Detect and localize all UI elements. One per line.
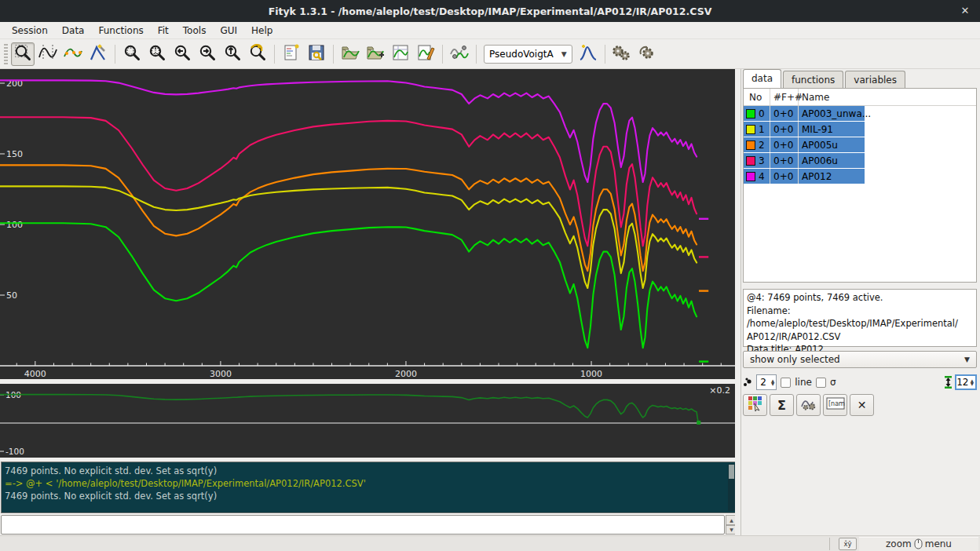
dataset-transform-button[interactable] <box>448 42 471 66</box>
table-row[interactable]: 20+0AP005u <box>744 137 976 153</box>
column-header-name[interactable]: Name <box>799 89 865 105</box>
zoom-select-button[interactable] <box>145 42 169 66</box>
y-tick-label: 100 <box>6 220 23 230</box>
dataset-functions-cell: 0+0 <box>770 169 799 184</box>
zoom-all-icon <box>122 43 141 64</box>
save-session-button[interactable] <box>305 42 328 66</box>
data-title-button[interactable]: [nam <box>823 394 847 416</box>
zoom-vert-icon <box>223 43 242 64</box>
sum-button[interactable]: Σ <box>770 394 794 416</box>
x-tick-label: 1000 <box>580 369 602 379</box>
apply-functions-button[interactable] <box>796 394 821 416</box>
dataset-buttons: Σ[nam✕ <box>743 394 977 418</box>
dataset-functions-cell: 0+0 <box>770 137 799 152</box>
toolbar-separator <box>605 45 605 64</box>
filter-dropdown[interactable]: show only selected ▼ <box>743 351 977 368</box>
delete-button[interactable]: ✕ <box>850 394 874 416</box>
console-info-line: 7469 points. No explicit std. dev. Set a… <box>5 465 726 477</box>
table-row[interactable]: 00+0AP003_unwa... <box>744 106 976 122</box>
apply-functions-icon <box>800 396 817 414</box>
dataset-name-cell: AP005u <box>799 137 865 152</box>
baseline-mode-icon <box>64 43 82 64</box>
toolbar-grip[interactable] <box>4 44 8 64</box>
auxiliary-plot-canvas[interactable]: 100-100 <box>0 384 735 458</box>
menu-fit[interactable]: Fit <box>151 24 176 38</box>
sum-icon: Σ <box>777 398 786 413</box>
dataset-number-cell: 0 <box>744 106 770 121</box>
dataset-table-header: No#F+#Name <box>744 89 976 106</box>
column-header-no[interactable]: No <box>744 89 770 105</box>
tab-data[interactable]: data <box>743 69 781 88</box>
zoom-vert-button[interactable] <box>221 42 244 66</box>
line-checkbox[interactable] <box>781 378 791 388</box>
zoom-all-button[interactable] <box>120 42 144 66</box>
table-row[interactable]: 40+0AP012 <box>744 169 976 184</box>
column-header-f[interactable]: #F+# <box>770 89 799 105</box>
main-plot-canvas[interactable]: 400030002000100020015010050 <box>0 69 735 379</box>
tab-functions[interactable]: functions <box>783 71 843 88</box>
define-peak-button[interactable] <box>576 42 600 66</box>
fit-undo-button[interactable] <box>635 42 659 66</box>
table-row[interactable]: 10+0MIL-91 <box>744 122 976 137</box>
dataset-color-swatch <box>746 125 755 134</box>
zoom-mode-button[interactable] <box>11 42 35 66</box>
close-icon[interactable]: ✕ <box>958 5 972 17</box>
palette-button[interactable] <box>743 394 767 416</box>
toolbar-separator <box>274 45 275 64</box>
y-tick-label: 150 <box>6 149 23 159</box>
toolbar-separator <box>476 45 477 64</box>
console-scrollbar[interactable] <box>728 464 735 511</box>
zoom-right-button[interactable] <box>196 42 219 66</box>
svg-text:[nam: [nam <box>828 400 845 407</box>
fit-run-button[interactable] <box>610 42 634 66</box>
peak-type-value: PseudoVoigtA <box>489 49 554 60</box>
dataset-color-swatch <box>746 156 755 166</box>
data-range-mode-button[interactable] <box>36 42 60 66</box>
open-data-button[interactable] <box>338 42 362 66</box>
menu-functions[interactable]: Functions <box>91 24 150 38</box>
dataset-name-cell: AP006u <box>799 153 865 168</box>
data-edit-button[interactable] <box>414 42 437 66</box>
x-tick-label: 2000 <box>395 369 417 379</box>
menu-session[interactable]: Session <box>5 24 55 38</box>
sigma-checkbox[interactable] <box>816 378 826 388</box>
zoom-prev-button[interactable] <box>246 42 269 66</box>
sidebar: datafunctionsvariables No#F+#Name 00+0AP… <box>741 69 980 535</box>
aux-curve <box>0 395 698 422</box>
window-title: Fityk 1.3.1 - /home/aleplo/test/Desktop/… <box>269 5 712 17</box>
add-peak-mode-button[interactable] <box>86 42 110 66</box>
filter-dropdown-value: show only selected <box>750 354 840 365</box>
point-size-spinner[interactable]: 2 ▲▼ <box>756 374 777 390</box>
baseline-mode-button[interactable] <box>61 42 85 66</box>
peak-type-combo[interactable]: PseudoVoigtA▼ <box>484 45 572 64</box>
aux-tick-label: -100 <box>5 447 24 456</box>
data-range-mode-icon <box>38 43 57 64</box>
x-tick-label: 3000 <box>210 369 232 379</box>
status-separator <box>829 538 830 550</box>
menu-data[interactable]: Data <box>55 24 92 38</box>
tab-variables[interactable]: variables <box>845 71 905 88</box>
mouse-icon <box>914 538 923 549</box>
sigma-checkbox-label: σ <box>830 377 836 388</box>
menu-gui[interactable]: GUI <box>213 24 244 38</box>
command-input[interactable] <box>1 515 725 535</box>
dataset-name-cell: AP012 <box>799 169 865 184</box>
script-edit-icon <box>282 43 301 64</box>
spinner-arrows-icon[interactable]: ▲▼ <box>969 379 975 386</box>
zoom-left-button[interactable] <box>170 42 194 66</box>
toolbar-separator <box>115 45 115 64</box>
data-table-button[interactable] <box>389 42 412 66</box>
shift-spinner[interactable]: 12 ▲▼ <box>955 374 977 390</box>
table-row[interactable]: 30+0AP006u <box>744 153 976 169</box>
coords-format-button[interactable]: x̂ŷ <box>839 538 857 550</box>
spinner-arrows-icon[interactable]: ▲▼ <box>770 379 776 386</box>
dataset-number-cell: 1 <box>744 122 770 137</box>
script-edit-button[interactable] <box>280 42 303 66</box>
open-data-icon <box>341 43 360 64</box>
dataset-info-line: @4: 7469 points, 7469 active. <box>747 291 973 305</box>
sidebar-splitter[interactable] <box>735 69 741 535</box>
menu-help[interactable]: Help <box>244 24 280 38</box>
append-data-button[interactable] <box>364 42 387 66</box>
dataset-functions-cell: 0+0 <box>770 122 799 137</box>
menu-tools[interactable]: Tools <box>176 24 214 38</box>
